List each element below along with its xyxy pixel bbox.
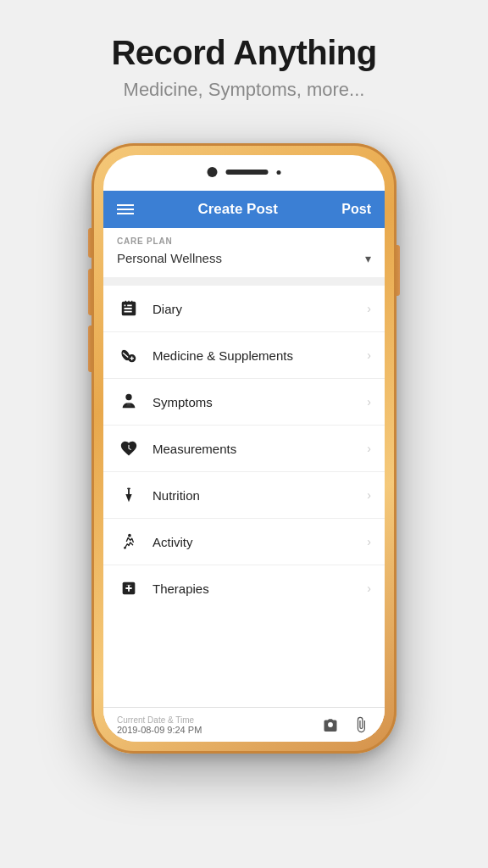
page-header: Record Anything Medicine, Symptoms, more… xyxy=(94,0,393,118)
nutrition-label: Nutrition xyxy=(152,488,367,503)
svg-point-4 xyxy=(125,394,131,400)
svg-rect-5 xyxy=(127,488,130,489)
phone-sensor xyxy=(277,170,281,175)
phone-volume-down-button xyxy=(88,326,92,372)
care-plan-label: CARE PLAN xyxy=(117,236,371,246)
menu-item-activity[interactable]: Activity › xyxy=(103,519,385,565)
date-label: Current Date & Time xyxy=(117,715,202,725)
diary-label: Diary xyxy=(152,302,367,316)
therapies-label: Therapies xyxy=(152,581,367,596)
page-subtitle: Medicine, Symptoms, more... xyxy=(111,79,376,101)
attachment-icon[interactable] xyxy=(351,715,371,735)
post-button[interactable]: Post xyxy=(341,202,371,217)
menu-list: Diary › Medicine & Supplement xyxy=(103,286,385,707)
therapies-icon xyxy=(117,576,141,600)
symptoms-label: Symptoms xyxy=(152,395,367,409)
measurements-icon xyxy=(117,437,141,460)
activity-chevron-icon: › xyxy=(367,535,371,548)
phone-frame: Create Post Post CARE PLAN Personal Well… xyxy=(92,143,396,754)
menu-item-therapies[interactable]: Therapies › xyxy=(103,565,385,611)
app-bottom-bar: Current Date & Time 2019-08-09 9:24 PM xyxy=(103,707,385,742)
menu-item-nutrition[interactable]: Nutrition › xyxy=(103,472,385,519)
app-container: Create Post Post CARE PLAN Personal Well… xyxy=(103,191,385,742)
date-info: Current Date & Time 2019-08-09 9:24 PM xyxy=(117,715,202,735)
phone-mute-button xyxy=(88,228,92,258)
front-camera xyxy=(208,167,218,177)
bottom-action-icons xyxy=(320,715,371,735)
care-plan-selector[interactable]: Personal Wellness ▾ xyxy=(117,251,371,265)
app-header: Create Post Post xyxy=(103,191,385,228)
measurements-chevron-icon: › xyxy=(367,442,371,455)
nutrition-chevron-icon: › xyxy=(367,488,371,502)
medicine-icon xyxy=(117,343,141,367)
phone-power-button xyxy=(396,245,400,296)
symptoms-icon xyxy=(117,390,141,414)
hamburger-menu-button[interactable] xyxy=(117,204,134,214)
phone-volume-up-button xyxy=(88,269,92,315)
header-title: Create Post xyxy=(197,201,277,218)
phone-screen: Create Post Post CARE PLAN Personal Well… xyxy=(103,155,385,742)
diary-chevron-icon: › xyxy=(367,302,371,315)
care-plan-value: Personal Wellness xyxy=(117,251,222,265)
section-divider xyxy=(103,277,385,286)
activity-icon xyxy=(117,530,141,554)
camera-icon[interactable] xyxy=(320,715,341,735)
menu-bar-1 xyxy=(117,204,134,206)
menu-item-symptoms[interactable]: Symptoms › xyxy=(103,379,385,426)
symptoms-chevron-icon: › xyxy=(367,395,371,409)
nutrition-icon xyxy=(117,483,141,507)
medicine-label: Medicine & Supplements xyxy=(152,348,367,363)
svg-point-6 xyxy=(128,534,131,537)
therapies-chevron-icon: › xyxy=(367,581,371,595)
diary-icon xyxy=(117,297,141,320)
phone-notch xyxy=(208,167,281,177)
measurements-label: Measurements xyxy=(152,442,367,456)
phone-speaker xyxy=(226,170,269,175)
menu-item-medicine[interactable]: Medicine & Supplements › xyxy=(103,332,385,379)
chevron-down-icon: ▾ xyxy=(365,252,371,265)
medicine-chevron-icon: › xyxy=(367,348,371,362)
menu-item-diary[interactable]: Diary › xyxy=(103,286,385,332)
care-plan-section: CARE PLAN Personal Wellness ▾ xyxy=(103,228,385,277)
date-value: 2019-08-09 9:24 PM xyxy=(117,725,202,735)
menu-item-measurements[interactable]: Measurements › xyxy=(103,426,385,472)
menu-bar-2 xyxy=(117,209,134,210)
page-title: Record Anything xyxy=(111,34,376,72)
activity-label: Activity xyxy=(152,535,367,549)
svg-point-7 xyxy=(124,547,126,549)
menu-bar-3 xyxy=(117,213,134,214)
